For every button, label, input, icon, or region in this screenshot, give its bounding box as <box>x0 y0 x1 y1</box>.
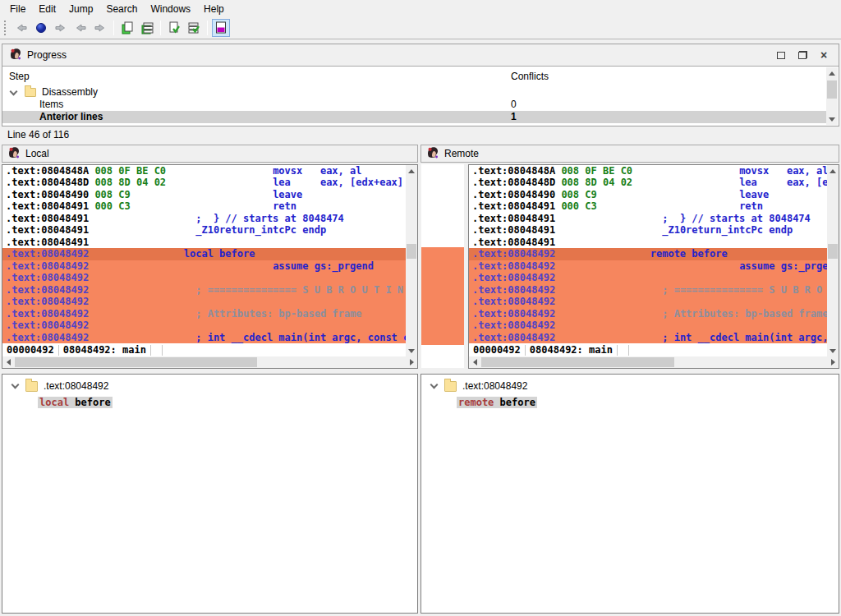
menu-windows[interactable]: Windows <box>144 2 197 16</box>
menu-search[interactable]: Search <box>99 2 144 16</box>
nav-previous-button[interactable] <box>71 19 90 37</box>
code-line[interactable]: .text:08048492 <box>2 272 406 283</box>
local-hscrollbar[interactable] <box>2 356 417 368</box>
code-line[interactable]: .text:08048491 _Z10return_intcPc endp <box>469 224 827 236</box>
ida-logo-icon <box>7 146 21 162</box>
code-line[interactable]: .text:08048491 <box>2 237 406 248</box>
conflicts-value: 0 <box>511 99 517 111</box>
scroll-up-icon[interactable] <box>826 67 838 79</box>
arrow-right-icon <box>54 21 67 34</box>
code-line[interactable]: .text:08048491 000 C3 retn <box>469 200 827 212</box>
show-merge-view-button[interactable] <box>212 19 230 37</box>
close-button[interactable]: × <box>816 48 832 62</box>
code-line[interactable]: .text:08048492 ; int __cdecl main(int ar… <box>2 332 406 343</box>
tree-leaf[interactable]: remote before <box>421 397 839 411</box>
scroll-down-icon[interactable] <box>827 345 839 356</box>
code-line[interactable]: .text:08048492 local before <box>2 248 406 260</box>
scroll-left-icon[interactable] <box>2 356 14 368</box>
menu-help[interactable]: Help <box>197 2 231 16</box>
jump-local-list-button[interactable] <box>138 19 156 37</box>
tree-row-anterior-lines[interactable]: Anterior lines1 <box>2 111 826 123</box>
scrollbar-thumb[interactable] <box>481 357 674 367</box>
chevron-down-icon[interactable] <box>430 381 439 389</box>
status-cell: 08048492: main <box>526 345 618 356</box>
maximize-icon <box>777 52 785 59</box>
status-cell: 00000492 <box>2 345 59 356</box>
maximize-button[interactable] <box>773 48 789 62</box>
node-label: .text:08048492 <box>44 380 108 392</box>
scroll-down-icon[interactable] <box>406 345 417 356</box>
scrollbar-thumb[interactable] <box>15 357 257 367</box>
code-line[interactable]: .text:08048490 008 C9 leave <box>2 189 406 200</box>
code-line[interactable]: .text:08048492 ; =============== S U B R… <box>2 284 406 296</box>
code-line[interactable]: .text:08048491 000 C3 retn <box>2 200 406 212</box>
scroll-up-icon[interactable] <box>827 165 839 177</box>
chevron-down-icon[interactable] <box>10 88 18 96</box>
menu-edit[interactable]: Edit <box>32 2 62 16</box>
local-vscrollbar[interactable] <box>406 165 417 356</box>
code-line[interactable]: .text:08048491 ; } // starts at 8048474 <box>469 213 827 224</box>
code-line[interactable]: .text:08048492 ; Attributes: bp-based fr… <box>2 308 406 319</box>
remote-hscrollbar[interactable] <box>469 356 839 368</box>
accept-list-button[interactable] <box>185 19 203 37</box>
anterior-line-value: remote before <box>457 397 537 408</box>
stack-check-icon <box>186 21 201 35</box>
code-line[interactable]: .text:08048491 ; } // starts at 8048474 <box>2 213 406 224</box>
nav-forward-button[interactable] <box>52 19 70 37</box>
ida-logo-icon <box>9 48 22 63</box>
nav-back-button[interactable] <box>12 19 30 37</box>
scroll-left-icon[interactable] <box>469 356 480 368</box>
code-line[interactable]: .text:0804848D 008 8D 04 02 lea eax, [ed… <box>2 177 406 188</box>
scrollbar-thumb[interactable] <box>407 244 416 259</box>
scroll-down-icon[interactable] <box>826 113 838 125</box>
tree-node[interactable]: .text:08048492 <box>421 378 839 394</box>
remote-statusbar: 0000049208048492: main <box>469 344 827 356</box>
jump-local-doc-button[interactable] <box>118 19 136 37</box>
nav-stop-button[interactable] <box>32 19 50 37</box>
code-line[interactable]: .text:08048490 008 C9 leave <box>469 189 827 200</box>
code-line[interactable]: .text:08048492 ; =============== S U B R… <box>469 284 827 296</box>
code-line[interactable]: .text:08048492 assume gs:_prgend <box>2 260 406 272</box>
code-line[interactable]: .text:0804848A 008 0F BE C0 movsx eax, a… <box>469 165 827 177</box>
line-indicator: Line 46 of 116 <box>2 127 839 143</box>
code-line[interactable]: .text:08048492 ; Attributes: bp-based fr… <box>469 308 827 319</box>
code-line[interactable]: .text:08048492 <box>469 296 827 307</box>
scroll-up-icon[interactable] <box>406 165 417 177</box>
local-titlebar: Local <box>2 145 418 163</box>
menu-file[interactable]: File <box>3 2 32 16</box>
magenta-document-icon <box>214 21 228 35</box>
scrollbar-thumb[interactable] <box>827 80 837 99</box>
code-line[interactable]: .text:08048491 <box>469 237 827 248</box>
code-line[interactable]: .text:08048492 remote before <box>469 248 827 260</box>
chevron-down-icon[interactable] <box>11 381 20 389</box>
code-line[interactable]: .text:08048492 assume gs:_prgend <box>469 260 827 272</box>
status-cell <box>618 345 629 356</box>
code-line[interactable]: .text:0804848A 008 0F BE C0 movsx eax, a… <box>2 165 406 177</box>
code-line[interactable]: .text:08048492 <box>469 319 827 331</box>
toolbar-drag-handle[interactable] <box>4 21 8 35</box>
code-line[interactable]: .text:08048492 <box>469 272 827 283</box>
remote-vscrollbar[interactable] <box>827 165 839 356</box>
local-detail-panel: .text:08048492 local before <box>2 374 418 614</box>
tree-row-items[interactable]: Items0 <box>2 99 826 111</box>
toolbar-separator <box>160 21 161 35</box>
tree-node[interactable]: .text:08048492 <box>2 378 417 394</box>
tree-header: Step Conflicts <box>2 67 839 86</box>
scroll-right-icon[interactable] <box>406 356 417 368</box>
scroll-right-icon[interactable] <box>827 356 839 368</box>
progress-vscrollbar[interactable] <box>826 67 838 125</box>
tree-leaf[interactable]: local before <box>2 397 417 411</box>
code-line[interactable]: .text:08048492 ; int __cdecl main(int ar… <box>469 332 827 343</box>
code-line[interactable]: .text:0804848D 008 8D 04 02 lea eax, [ed… <box>469 177 827 188</box>
float-button[interactable] <box>794 48 811 62</box>
menu-jump[interactable]: Jump <box>62 2 99 16</box>
accept-doc-button[interactable] <box>165 19 183 37</box>
code-line[interactable]: .text:08048492 <box>2 319 406 331</box>
code-line[interactable]: .text:08048492 <box>2 296 406 307</box>
tree-row-disassembly[interactable]: Disassembly <box>2 86 826 99</box>
code-line[interactable]: .text:08048491 _Z10return_intcPc endp <box>2 224 406 236</box>
progress-titlebar: Progress × <box>2 44 839 67</box>
close-icon: × <box>820 51 827 59</box>
nav-next-button[interactable] <box>91 19 109 37</box>
scrollbar-thumb[interactable] <box>828 244 838 259</box>
